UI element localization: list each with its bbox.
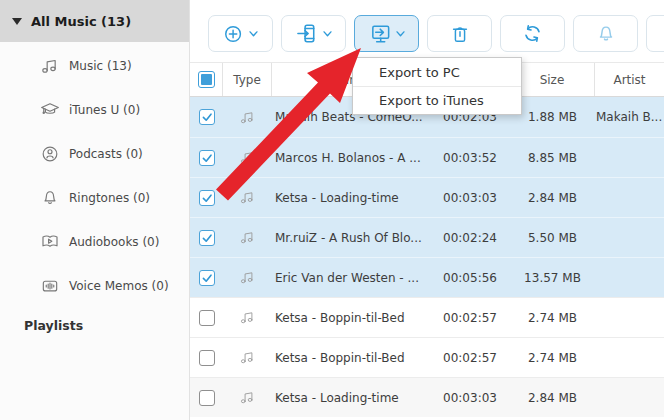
- chevron-down-icon: [323, 31, 332, 37]
- export-to-computer-button[interactable]: [354, 15, 419, 52]
- column-header-type[interactable]: Type: [223, 63, 272, 96]
- notifications-button[interactable]: [573, 15, 638, 52]
- song-name: Ketsa - Loading-time: [272, 391, 430, 405]
- song-size: 2.84 MB: [510, 391, 595, 405]
- sidebar-item-ringtones[interactable]: Ringtones (0): [0, 176, 189, 220]
- music-note-icon: [40, 56, 60, 76]
- column-header-artist[interactable]: Artist: [595, 63, 664, 96]
- music-note-icon: [239, 149, 256, 166]
- export-to-device-button[interactable]: [281, 15, 346, 52]
- chevron-down-icon: [249, 31, 258, 37]
- audiobook-icon: [40, 232, 60, 252]
- bell-icon: [40, 188, 60, 208]
- app-window: All Music (13) Music (13) iTunes U (0): [0, 0, 664, 420]
- sidebar-item-label: Voice Memos (0): [69, 279, 169, 293]
- export-to-device-icon: [296, 22, 319, 45]
- table-body: Makaih Beats - ComeO... 00:02:03 1.88 MB…: [190, 97, 664, 417]
- sidebar-item-audiobooks[interactable]: Audiobooks (0): [0, 220, 189, 264]
- song-size: 13.57 MB: [510, 271, 595, 285]
- refresh-button[interactable]: [500, 15, 565, 52]
- sidebar-item-label: Podcasts (0): [69, 147, 143, 161]
- add-button[interactable]: [208, 15, 273, 52]
- sidebar-list: Music (13) iTunes U (0) Podcasts (0): [0, 42, 189, 308]
- menu-item-export-to-pc[interactable]: Export to PC: [353, 58, 521, 86]
- toolbar-button-partial[interactable]: [646, 15, 664, 52]
- sync-icon: [521, 22, 544, 45]
- music-note-icon: [239, 389, 256, 406]
- music-note-icon: [239, 349, 256, 366]
- song-name: Ketsa - Boppin-til-Bed: [272, 311, 430, 325]
- music-note-icon: [239, 309, 256, 326]
- sidebar-header-label: All Music (13): [31, 14, 131, 29]
- check-icon: [201, 152, 213, 164]
- song-name: Mr.ruiZ - A Rush Of Blo...: [272, 231, 430, 245]
- sidebar-item-podcasts[interactable]: Podcasts (0): [0, 132, 189, 176]
- song-name: Eric Van der Westen - ...: [272, 271, 430, 285]
- export-to-computer-icon: [369, 22, 392, 45]
- export-dropdown-menu: Export to PC Export to iTunes: [352, 57, 522, 115]
- row-checkbox[interactable]: [199, 390, 215, 406]
- voice-memo-icon: [40, 276, 60, 296]
- toolbar: [190, 0, 664, 62]
- table-row[interactable]: Ketsa - Loading-time 00:03:03 2.84 MB: [190, 177, 664, 217]
- table-row[interactable]: Mr.ruiZ - A Rush Of Blo... 00:02:24 5.50…: [190, 217, 664, 257]
- row-checkbox[interactable]: [199, 190, 215, 206]
- check-icon: [201, 232, 213, 244]
- row-checkbox[interactable]: [199, 150, 215, 166]
- song-size: 2.74 MB: [510, 311, 595, 325]
- song-size: 2.74 MB: [510, 351, 595, 365]
- row-checkbox[interactable]: [199, 230, 215, 246]
- sidebar-item-itunes-u[interactable]: iTunes U (0): [0, 88, 189, 132]
- column-header-size[interactable]: Size: [510, 63, 595, 96]
- podcast-icon: [40, 144, 60, 164]
- music-note-icon: [239, 269, 256, 286]
- main-area: Type Name Time Size Artist: [190, 0, 664, 420]
- song-size: 2.84 MB: [510, 191, 595, 205]
- check-icon: [201, 192, 213, 204]
- graduation-cap-icon: [40, 100, 60, 120]
- table-row[interactable]: Eric Van der Westen - ... 00:05:56 13.57…: [190, 257, 664, 297]
- sidebar-header-all-music[interactable]: All Music (13): [0, 0, 189, 42]
- song-time: 00:05:56: [430, 271, 510, 285]
- sidebar-item-music[interactable]: Music (13): [0, 44, 189, 88]
- music-note-icon: [239, 229, 256, 246]
- sidebar-item-voice-memos[interactable]: Voice Memos (0): [0, 264, 189, 308]
- plus-circle-icon: [223, 23, 245, 45]
- check-icon: [201, 111, 213, 123]
- table-row[interactable]: Marcos H. Bolanos - A ... 00:03:52 8.85 …: [190, 137, 664, 177]
- table-row[interactable]: Ketsa - Boppin-til-Bed 00:02:57 2.74 MB: [190, 337, 664, 377]
- table-row[interactable]: Ketsa - Loading-time 00:03:03 2.84 MB: [190, 377, 664, 417]
- song-time: 00:03:52: [430, 151, 510, 165]
- song-time: 00:02:57: [430, 351, 510, 365]
- delete-button[interactable]: [427, 15, 492, 52]
- song-time: 00:03:03: [430, 191, 510, 205]
- chevron-down-icon: [396, 31, 405, 37]
- sidebar: All Music (13) Music (13) iTunes U (0): [0, 0, 190, 420]
- song-name: Ketsa - Loading-time: [272, 191, 430, 205]
- row-checkbox[interactable]: [199, 109, 215, 125]
- collapse-triangle-icon: [12, 18, 22, 25]
- song-time: 00:03:03: [430, 391, 510, 405]
- sidebar-item-label: Audiobooks (0): [69, 235, 159, 249]
- row-checkbox[interactable]: [199, 310, 215, 326]
- song-time: 00:02:24: [430, 231, 510, 245]
- sidebar-item-label: Music (13): [69, 59, 132, 73]
- menu-item-export-to-itunes[interactable]: Export to iTunes: [353, 86, 521, 114]
- song-name: Ketsa - Boppin-til-Bed: [272, 351, 430, 365]
- music-note-icon: [239, 109, 256, 126]
- song-size: 1.88 MB: [510, 110, 595, 124]
- sidebar-item-label: Ringtones (0): [69, 191, 150, 205]
- sidebar-section-playlists[interactable]: Playlists: [0, 318, 189, 333]
- song-size: 8.85 MB: [510, 151, 595, 165]
- song-size: 5.50 MB: [510, 231, 595, 245]
- song-artist: Makaih B...: [595, 110, 664, 124]
- sidebar-item-label: iTunes U (0): [69, 103, 140, 117]
- check-icon: [201, 272, 213, 284]
- song-name: Marcos H. Bolanos - A ...: [272, 151, 430, 165]
- row-checkbox[interactable]: [199, 350, 215, 366]
- music-note-icon: [239, 189, 256, 206]
- table-row[interactable]: Ketsa - Boppin-til-Bed 00:02:57 2.74 MB: [190, 297, 664, 337]
- row-checkbox[interactable]: [199, 270, 215, 286]
- select-all-checkbox[interactable]: [198, 71, 215, 88]
- bell-icon: [595, 23, 617, 45]
